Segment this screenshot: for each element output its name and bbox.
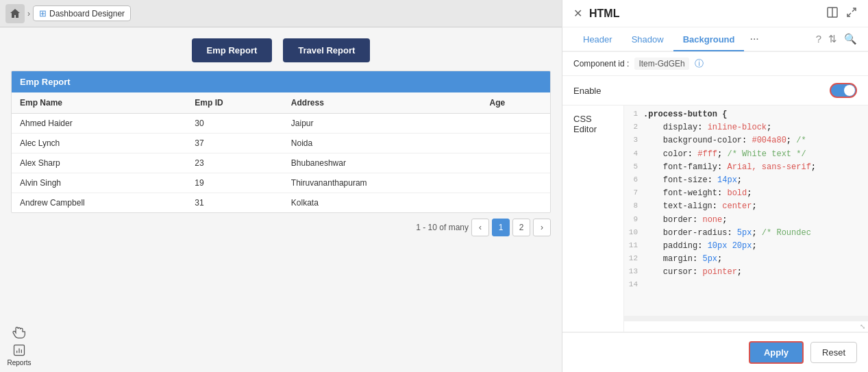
cell-id: 19 <box>186 173 283 193</box>
left-panel: › ⊞ Dashboard Designer Emp Report Travel… <box>0 0 562 372</box>
code-line: 13 cursor: pointer; <box>624 266 868 279</box>
cell-address: Bhubaneshwar <box>283 153 482 173</box>
cell-id: 23 <box>186 153 283 173</box>
cell-id: 37 <box>186 134 283 153</box>
tab-right-icons: ? ⇅ 🔍 <box>816 33 857 45</box>
table-row: Alex Sharp 23 Bhubaneshwar <box>12 153 550 173</box>
right-header-left: ✕ HTML <box>573 7 619 20</box>
page-1-button[interactable]: 1 <box>492 219 510 236</box>
code-line: 1.process-button { <box>624 108 868 121</box>
cell-address: Noida <box>283 134 482 153</box>
enable-row: Enable <box>562 76 868 106</box>
right-header-icons <box>827 7 857 20</box>
cell-address: Jaipur <box>283 114 482 134</box>
bottom-buttons: Apply Reset <box>562 332 868 372</box>
cell-id: 30 <box>186 114 283 134</box>
css-code-area[interactable]: 1.process-button {2 display: inline-bloc… <box>624 106 868 316</box>
col-age: Age <box>482 92 550 114</box>
code-line: 3 background-color: #004a80; /* <box>624 134 868 147</box>
table-row: Alvin Singh 19 Thiruvananthapuram <box>12 173 550 193</box>
code-line: 8 text-align: center; <box>624 200 868 213</box>
page-2-button[interactable]: 2 <box>512 219 530 236</box>
cell-age <box>482 193 550 213</box>
resize-handle[interactable]: ⤡ <box>624 321 868 332</box>
tab-shadow[interactable]: Shadow <box>622 29 673 51</box>
cell-age <box>482 114 550 134</box>
search-icon[interactable]: 🔍 <box>844 33 857 45</box>
right-panel: ✕ HTML Header Shadow Backgr <box>562 0 868 372</box>
component-id-label: Component id : <box>573 59 629 69</box>
horizontal-scrollbar[interactable] <box>624 316 868 321</box>
table-row: Ahmed Haider 30 Jaipur <box>12 114 550 134</box>
code-line: 14 <box>624 279 868 291</box>
help-icon[interactable]: ? <box>816 33 821 45</box>
code-line: 2 display: inline-block; <box>624 121 868 134</box>
col-emp-id: Emp ID <box>186 92 283 114</box>
apply-button[interactable]: Apply <box>749 341 804 364</box>
code-line: 6 font-size: 14px; <box>624 174 868 187</box>
enable-label: Enable <box>573 86 601 96</box>
sidebar-item-reports[interactable]: Reports <box>7 343 31 367</box>
col-emp-name: Emp Name <box>12 92 186 114</box>
right-panel-header: ✕ HTML <box>562 0 868 27</box>
dashboard-icon: ⊞ <box>39 8 47 18</box>
panel-layout-icon[interactable] <box>827 7 838 20</box>
css-editor-container: CSS Editor 1.process-button {2 display: … <box>562 106 868 332</box>
table-section-title: Emp Report <box>12 71 550 92</box>
sidebar-left: Reports <box>0 303 38 372</box>
reports-label: Reports <box>7 359 31 367</box>
reports-icon <box>12 343 27 358</box>
top-bar: › ⊞ Dashboard Designer <box>0 0 562 27</box>
css-editor-label: CSS Editor <box>562 106 624 332</box>
enable-toggle[interactable] <box>830 83 857 98</box>
code-line: 4 color: #fff; /* White text */ <box>624 148 868 161</box>
tab-more[interactable]: ··· <box>744 27 764 51</box>
tab-header[interactable]: Header <box>573 29 622 51</box>
cell-age <box>482 153 550 173</box>
report-buttons-area: Emp Report Travel Report <box>0 27 562 71</box>
close-icon[interactable]: ✕ <box>573 7 582 20</box>
cell-name: Alex Sharp <box>12 153 186 173</box>
next-page-button[interactable]: › <box>533 219 551 236</box>
cell-address: Kolkata <box>283 193 482 213</box>
component-info-icon[interactable]: ⓘ <box>695 58 704 70</box>
home-button[interactable] <box>5 4 25 23</box>
hand-icon <box>12 325 27 340</box>
component-id-row: Component id : Item-GdGEh ⓘ <box>562 52 868 76</box>
travel-report-button[interactable]: Travel Report <box>283 38 370 62</box>
table-header-row: Emp Name Emp ID Address Age <box>12 92 550 114</box>
cell-age <box>482 173 550 193</box>
breadcrumb-title[interactable]: ⊞ Dashboard Designer <box>33 5 131 21</box>
reset-button[interactable]: Reset <box>810 342 857 363</box>
code-line: 11 padding: 10px 20px; <box>624 240 868 253</box>
tab-background[interactable]: Background <box>673 29 745 51</box>
code-line: 10 border-radius: 5px; /* Roundec <box>624 227 868 240</box>
code-line: 7 font-weight: bold; <box>624 187 868 200</box>
component-id-value: Item-GdGEh <box>634 58 689 70</box>
cell-address: Thiruvananthapuram <box>283 173 482 193</box>
prev-page-button[interactable]: ‹ <box>471 219 489 236</box>
table-row: Andrew Campbell 31 Kolkata <box>12 193 550 213</box>
code-line: 9 border: none; <box>624 214 868 227</box>
emp-report-table: Emp Report Emp Name Emp ID Address Age A… <box>11 71 551 213</box>
toggle-thumb <box>844 85 855 96</box>
cell-name: Andrew Campbell <box>12 193 186 213</box>
cell-id: 31 <box>186 193 283 213</box>
pagination: 1 - 10 of many ‹ 1 2 › <box>0 213 562 242</box>
emp-report-button[interactable]: Emp Report <box>192 38 273 62</box>
right-panel-title: HTML <box>589 8 619 20</box>
cell-name: Ahmed Haider <box>12 114 186 134</box>
sidebar-item-hand[interactable] <box>12 325 27 340</box>
code-line: 12 margin: 5px; <box>624 253 868 266</box>
cell-name: Alec Lynch <box>12 134 186 153</box>
code-line: 5 font-family: Arial, sans-serif; <box>624 161 868 174</box>
breadcrumb-chevron: › <box>27 9 30 18</box>
cell-age <box>482 134 550 153</box>
pagination-info: 1 - 10 of many <box>416 223 469 232</box>
expand-icon[interactable] <box>846 7 857 20</box>
sort-icon[interactable]: ⇅ <box>828 33 837 45</box>
col-address: Address <box>283 92 482 114</box>
table-row: Alec Lynch 37 Noida <box>12 134 550 153</box>
tabs-row: Header Shadow Background ··· ? ⇅ 🔍 <box>562 27 868 52</box>
cell-name: Alvin Singh <box>12 173 186 193</box>
